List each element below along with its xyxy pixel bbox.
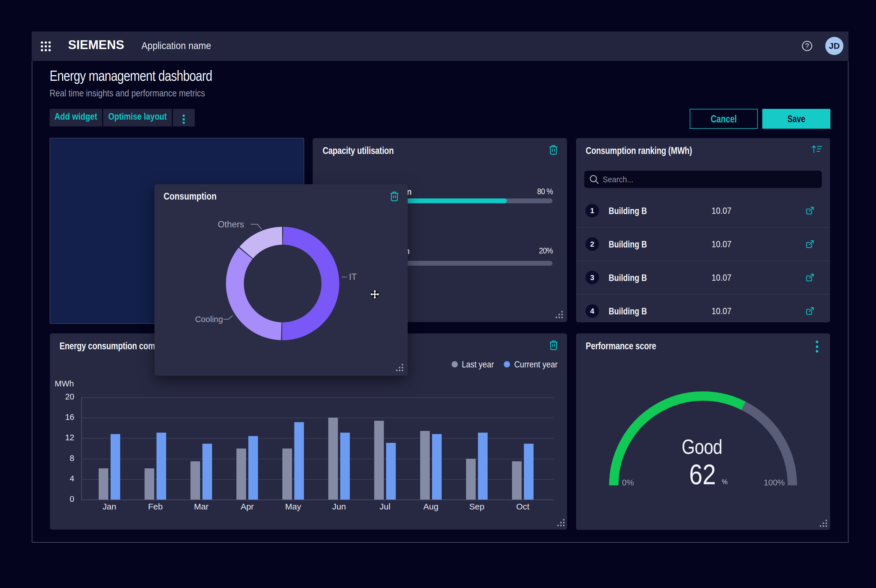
svg-text:?: ?	[805, 42, 809, 50]
